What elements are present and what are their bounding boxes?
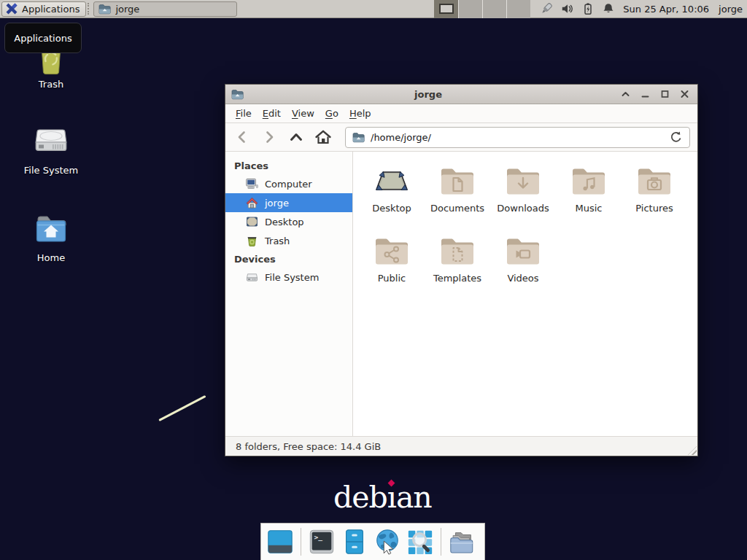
file-label: Videos	[507, 273, 538, 284]
desktop-folder-icon	[374, 166, 409, 198]
file-desktop[interactable]: Desktop	[359, 164, 425, 234]
menu-help[interactable]: Help	[349, 108, 371, 119]
top-panel: Applications jorge Sun 25 Apr, 10:06 jor…	[0, 0, 747, 18]
path-bar[interactable]: /home/jorge/	[345, 127, 690, 148]
resize-grip[interactable]	[688, 446, 697, 455]
file-list: DesktopDocumentsDownloadsMusicPicturesPu…	[353, 152, 697, 436]
camera-folder-icon	[637, 166, 672, 198]
sidebar-item-jorge[interactable]: jorge	[225, 193, 352, 212]
home-folder-icon	[34, 212, 69, 249]
workspace-4[interactable]	[506, 0, 530, 18]
status-text: 8 folders, Free space: 14.4 GiB	[236, 441, 381, 452]
svg-text:>_: >_	[314, 533, 323, 541]
show-desktop-icon[interactable]	[266, 526, 295, 557]
sidebar-item-desktop[interactable]: Desktop	[225, 212, 352, 231]
video-folder-icon	[506, 236, 541, 268]
menu-view[interactable]: View	[292, 108, 314, 119]
music-folder-icon	[571, 166, 606, 198]
shade-button[interactable]	[618, 88, 632, 101]
dock-separator	[301, 528, 301, 556]
desktop-small-icon	[246, 216, 258, 228]
system-tray	[539, 1, 615, 16]
battery-icon[interactable]	[581, 2, 595, 15]
toolbar: /home/jorge/	[225, 123, 697, 152]
terminal-icon[interactable]: >_	[307, 526, 336, 557]
sidebar-item-trash[interactable]: Trash	[225, 231, 352, 250]
desktop-icon-label: File System	[24, 165, 78, 176]
trash-small-icon	[246, 235, 258, 246]
file-videos[interactable]: Videos	[490, 234, 556, 304]
menu-file[interactable]: File	[236, 108, 252, 119]
sidebar-header-places: Places	[225, 157, 352, 174]
directory-menu-icon[interactable]	[447, 526, 476, 557]
drive-icon	[34, 125, 69, 161]
clock[interactable]: Sun 25 Apr, 10:06	[623, 4, 709, 15]
notifications-bell-icon[interactable]	[602, 2, 615, 15]
status-bar: 8 folders, Free space: 14.4 GiB	[225, 436, 697, 456]
sidebar-item-label: Computer	[265, 179, 312, 190]
window-controls	[613, 88, 692, 101]
debian-logo: debıan	[333, 480, 432, 515]
close-button[interactable]	[677, 88, 692, 101]
file-label: Templates	[433, 273, 481, 284]
window-folder-icon	[231, 89, 244, 100]
computer-icon	[246, 178, 258, 190]
app-finder-icon[interactable]	[406, 526, 435, 557]
file-templates[interactable]: Templates	[425, 234, 490, 304]
file-label: Documents	[430, 203, 484, 214]
workspace-switcher[interactable]	[434, 0, 530, 18]
menu-go[interactable]: Go	[325, 108, 338, 119]
debian-logo-text: debıan	[333, 480, 432, 515]
maximize-button[interactable]	[657, 88, 672, 101]
up-button[interactable]	[287, 128, 306, 147]
menu-edit[interactable]: Edit	[263, 108, 281, 119]
file-label: Public	[378, 273, 406, 284]
workspace-1[interactable]	[434, 0, 458, 18]
window-titlebar[interactable]: jorge	[225, 85, 697, 104]
forward-button[interactable]	[260, 128, 279, 147]
file-downloads[interactable]: Downloads	[490, 164, 556, 234]
taskbar-item-jorge[interactable]: jorge	[93, 1, 237, 17]
web-browser-icon[interactable]	[373, 526, 402, 557]
desktop-icon-label: Trash	[39, 79, 63, 90]
desktop-icon-file-system[interactable]: File System	[7, 125, 95, 176]
minimize-button[interactable]	[638, 88, 652, 101]
document-folder-icon	[440, 166, 475, 198]
workspace-window-thumb	[439, 4, 454, 14]
sidebar-item-file-system[interactable]: File System	[225, 268, 352, 287]
file-documents[interactable]: Documents	[425, 164, 490, 234]
sidebar-item-label: jorge	[265, 198, 289, 209]
clipboard-manager-icon[interactable]	[539, 1, 554, 16]
file-manager-icon[interactable]	[340, 526, 369, 557]
workspace-3[interactable]	[482, 0, 506, 18]
workspace-2[interactable]	[458, 0, 482, 18]
sidebar-item-label: Trash	[265, 236, 290, 246]
dock: >_	[260, 523, 485, 560]
desktop-line-artifact	[158, 395, 206, 421]
file-manager-window[interactable]: jorge FileEditViewGoHelp /home/jorge/ Pl…	[225, 84, 698, 456]
reload-button[interactable]	[670, 131, 683, 144]
xfce-applications-icon	[5, 2, 18, 15]
debian-swirl-dot	[387, 480, 395, 487]
applications-menu-button[interactable]: Applications	[1, 1, 86, 17]
file-label: Music	[576, 203, 603, 214]
file-pictures[interactable]: Pictures	[622, 164, 687, 234]
file-music[interactable]: Music	[556, 164, 622, 234]
home-icon	[246, 197, 258, 209]
back-button[interactable]	[233, 128, 252, 147]
home-button[interactable]	[314, 128, 333, 147]
path-text[interactable]: /home/jorge/	[371, 132, 664, 143]
applications-menu-label: Applications	[22, 4, 80, 15]
menu-bar: FileEditViewGoHelp	[225, 104, 697, 123]
panel-user-label[interactable]: jorge	[719, 4, 743, 15]
taskbar-item-label: jorge	[115, 4, 139, 15]
desktop-icon-home[interactable]: Home	[7, 212, 95, 263]
file-public[interactable]: Public	[359, 234, 425, 304]
sidebar-item-computer[interactable]: Computer	[225, 174, 352, 193]
panel-handle[interactable]	[88, 3, 91, 15]
volume-icon[interactable]	[561, 2, 574, 15]
sidebar-header-devices: Devices	[225, 250, 352, 268]
window-content: PlacesComputerjorgeDesktopTrashDevicesFi…	[225, 152, 697, 436]
share-folder-icon	[374, 236, 409, 268]
window-title: jorge	[244, 89, 613, 100]
